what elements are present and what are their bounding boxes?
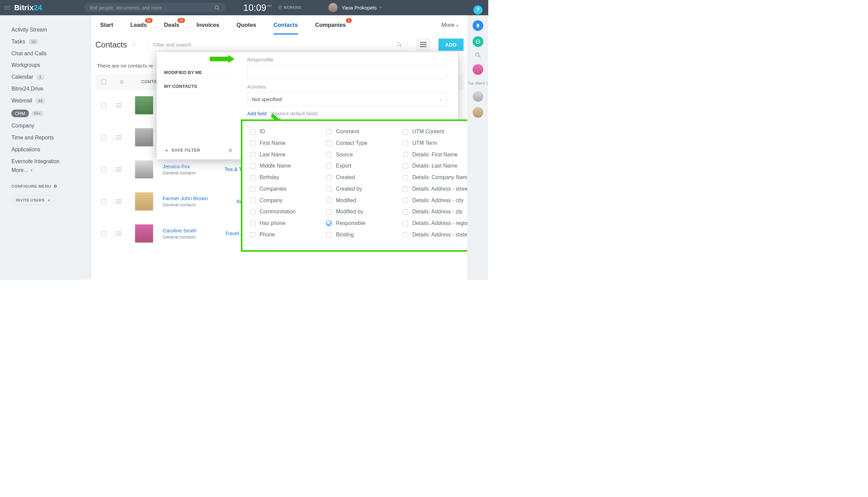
tab-deals[interactable]: Deals15 bbox=[164, 22, 179, 28]
field-option[interactable]: Communitation bbox=[250, 209, 320, 215]
select-all-checkbox[interactable] bbox=[101, 80, 106, 84]
field-option[interactable]: Details: Address - region bbox=[403, 220, 473, 226]
row-checkbox[interactable] bbox=[101, 167, 106, 172]
drag-handle-icon[interactable] bbox=[116, 136, 122, 139]
contact-name[interactable]: Jessica Fox bbox=[163, 164, 196, 169]
sidebar-item-more[interactable]: More... ▼ bbox=[12, 167, 82, 173]
field-checkbox[interactable] bbox=[326, 129, 332, 134]
row-checkbox[interactable] bbox=[101, 231, 106, 236]
field-option[interactable]: ID bbox=[250, 129, 320, 135]
field-checkbox[interactable] bbox=[403, 209, 408, 215]
field-option[interactable]: Comment bbox=[326, 129, 397, 135]
field-checkbox[interactable] bbox=[326, 186, 332, 192]
field-checkbox[interactable] bbox=[250, 186, 255, 192]
add-button[interactable]: ADD bbox=[438, 39, 464, 51]
sidebar-item-webmail[interactable]: Webmail44 bbox=[12, 95, 82, 107]
field-option[interactable]: Company bbox=[250, 197, 320, 203]
filter-preset-modified-by-me[interactable]: MODIFIED BY ME bbox=[164, 66, 233, 80]
notifications-button[interactable] bbox=[473, 20, 484, 31]
field-checkbox[interactable] bbox=[250, 129, 255, 134]
field-option[interactable]: Details: Address - street bbox=[403, 186, 473, 192]
field-checkbox[interactable] bbox=[403, 129, 408, 134]
field-checkbox[interactable] bbox=[326, 221, 332, 226]
help-button[interactable]: ? bbox=[473, 5, 483, 15]
chat-button[interactable] bbox=[473, 36, 484, 47]
field-option[interactable]: Details: First Name bbox=[403, 152, 473, 158]
field-checkbox[interactable] bbox=[403, 140, 408, 146]
contact-name[interactable]: Caroline Smith bbox=[163, 228, 197, 233]
field-option[interactable]: Responsible bbox=[326, 220, 397, 226]
global-search[interactable] bbox=[84, 3, 225, 12]
invite-users-button[interactable]: INVITE USERS＋ bbox=[12, 195, 56, 205]
filter-search-box[interactable]: Filter and search bbox=[148, 38, 407, 51]
save-filter-button[interactable]: ＋SAVE FILTER bbox=[164, 147, 201, 154]
rail-contact-1[interactable] bbox=[473, 64, 484, 75]
field-checkbox[interactable] bbox=[250, 175, 255, 180]
row-checkbox[interactable] bbox=[101, 103, 106, 108]
field-option[interactable]: Details: Last Name bbox=[403, 163, 473, 169]
responsible-input[interactable] bbox=[247, 65, 446, 79]
clock[interactable]: 10:09AM bbox=[244, 2, 271, 13]
drag-handle-icon[interactable] bbox=[116, 231, 122, 236]
rail-contact-2[interactable] bbox=[473, 91, 484, 102]
drag-handle-icon[interactable] bbox=[116, 103, 122, 107]
field-option[interactable]: Modified by bbox=[326, 209, 397, 215]
field-option[interactable]: Binding bbox=[326, 232, 397, 238]
field-checkbox[interactable] bbox=[326, 152, 332, 157]
field-option[interactable]: Contact Type bbox=[326, 140, 397, 146]
field-checkbox[interactable] bbox=[326, 164, 332, 169]
field-checkbox[interactable] bbox=[250, 232, 255, 238]
field-option[interactable]: Companies bbox=[250, 186, 320, 192]
field-option[interactable]: Details: Company Name bbox=[403, 174, 473, 181]
field-checkbox[interactable] bbox=[326, 140, 332, 146]
sidebar-item-drive[interactable]: Bitrix24.Drive bbox=[12, 83, 82, 95]
tab-start[interactable]: Start bbox=[100, 22, 113, 28]
logo[interactable]: Bitrix24 bbox=[14, 3, 42, 12]
drag-handle-icon[interactable] bbox=[116, 199, 122, 203]
add-field-link[interactable]: Add field bbox=[247, 111, 266, 116]
activities-select[interactable]: Not specified ⌄ bbox=[247, 92, 446, 106]
field-checkbox[interactable] bbox=[250, 140, 255, 146]
tabs-more[interactable]: More ▼ bbox=[441, 22, 459, 28]
tab-leads[interactable]: Leads55 bbox=[130, 22, 147, 28]
field-checkbox[interactable] bbox=[403, 175, 408, 180]
field-option[interactable]: Phone bbox=[250, 232, 320, 238]
favorite-star-icon[interactable]: ☆ bbox=[131, 41, 137, 48]
field-option[interactable]: Details: Address - state / bbox=[403, 232, 473, 238]
drag-handle-icon[interactable] bbox=[116, 167, 122, 171]
tab-companies[interactable]: Companies1 bbox=[315, 22, 346, 28]
sidebar-item-applications[interactable]: Applications bbox=[12, 144, 82, 156]
sidebar-item-tasks[interactable]: Tasks10 bbox=[12, 36, 82, 47]
field-option[interactable]: Details: Address - city bbox=[403, 197, 473, 203]
sidebar-item-activity-stream[interactable]: Activity Stream bbox=[12, 24, 82, 36]
field-option[interactable]: Created by bbox=[326, 186, 397, 192]
sidebar-item-evernote[interactable]: Evernote Integration bbox=[12, 155, 82, 167]
user-avatar[interactable] bbox=[328, 3, 338, 12]
field-checkbox[interactable] bbox=[403, 152, 408, 157]
configure-menu[interactable]: CONFIGURE MENU⚙ bbox=[12, 184, 82, 189]
tab-quotes[interactable]: Quotes bbox=[237, 22, 256, 28]
field-checkbox[interactable] bbox=[250, 152, 255, 157]
field-option[interactable]: Created bbox=[326, 174, 397, 181]
global-search-input[interactable] bbox=[90, 5, 215, 10]
field-checkbox[interactable] bbox=[250, 209, 255, 215]
hamburger-icon[interactable] bbox=[4, 6, 11, 10]
rail-search-button[interactable] bbox=[475, 52, 481, 59]
field-checkbox[interactable] bbox=[403, 221, 408, 226]
sidebar-item-calendar[interactable]: Calendar1 bbox=[12, 71, 82, 83]
field-checkbox[interactable] bbox=[326, 209, 332, 215]
field-checkbox[interactable] bbox=[403, 198, 408, 203]
field-option[interactable]: UTM Term bbox=[403, 140, 473, 146]
field-option[interactable]: Has phone bbox=[250, 220, 320, 226]
field-checkbox[interactable] bbox=[403, 232, 408, 238]
gear-icon[interactable]: ⚙ bbox=[228, 147, 232, 153]
field-option[interactable]: UTM Content bbox=[403, 129, 473, 135]
field-option[interactable]: Source bbox=[326, 152, 397, 158]
working-status[interactable]: WORKING bbox=[278, 6, 302, 10]
field-checkbox[interactable] bbox=[250, 198, 255, 203]
sidebar-item-time-reports[interactable]: Time and Reports bbox=[12, 132, 82, 144]
field-checkbox[interactable] bbox=[403, 164, 408, 169]
field-option[interactable]: Birthday bbox=[250, 174, 320, 181]
filter-preset-my-contacts[interactable]: MY CONTACTS bbox=[164, 80, 233, 94]
field-option[interactable]: Export bbox=[326, 163, 397, 169]
